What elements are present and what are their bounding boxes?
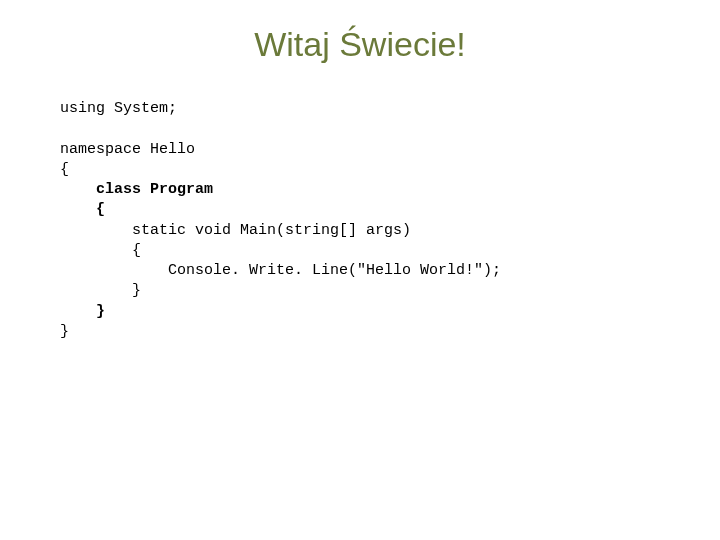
code-line: { xyxy=(60,242,141,259)
code-line: static void Main(string[] args) xyxy=(60,222,411,239)
code-line: } xyxy=(60,323,69,340)
code-line: namespace Hello xyxy=(60,141,195,158)
code-line: Console. Write. Line("Hello World!"); xyxy=(60,262,501,279)
code-line: } xyxy=(60,303,105,320)
slide: Witaj Świecie! using System; namespace H… xyxy=(0,0,720,540)
code-line: using System; xyxy=(60,100,177,117)
page-title: Witaj Świecie! xyxy=(60,25,660,64)
code-line: class Program xyxy=(60,181,213,198)
code-block: using System; namespace Hello { class Pr… xyxy=(60,99,660,342)
code-line: } xyxy=(60,282,141,299)
code-line: { xyxy=(60,201,105,218)
code-line: { xyxy=(60,161,69,178)
